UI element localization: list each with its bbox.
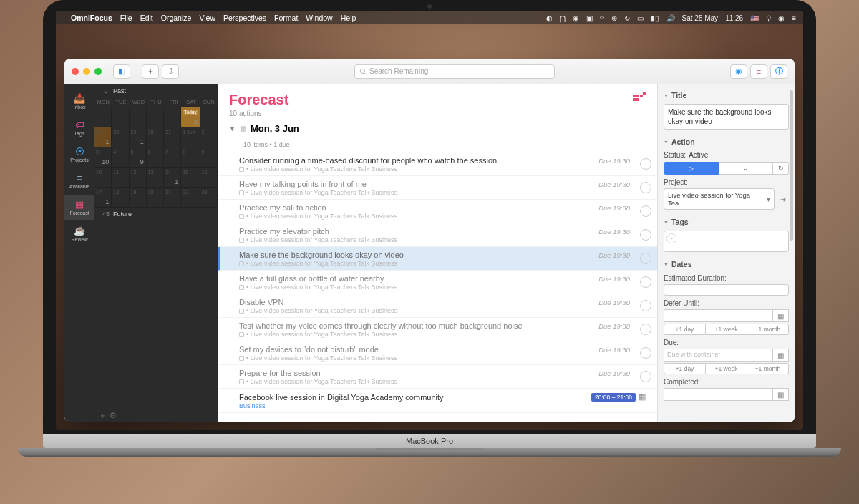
add-button[interactable]: ＋ xyxy=(142,64,159,79)
calendar-day[interactable]: 16 xyxy=(200,168,218,188)
task-row[interactable]: Practice my elevator pitchDue 19:30• Liv… xyxy=(218,223,657,247)
calendar-day[interactable] xyxy=(147,107,164,127)
perspective-available[interactable]: ≡Available xyxy=(64,168,94,193)
status-icon[interactable]: ↻ xyxy=(624,14,630,22)
calendar-day[interactable]: 21 xyxy=(164,188,181,208)
menubar-time[interactable]: 11:26 xyxy=(725,14,743,22)
calendar-icon[interactable]: ▦ xyxy=(773,349,789,362)
task-row[interactable]: Set my devices to "do not disturb" modeD… xyxy=(218,341,657,365)
calendar-day[interactable]: 141 xyxy=(164,168,181,188)
calendar-icon[interactable]: ▦ xyxy=(773,309,789,322)
task-row[interactable]: Consider running a time-based discount f… xyxy=(218,152,657,176)
calendar-day[interactable]: 2 xyxy=(200,127,218,147)
calendar-day[interactable]: 31 xyxy=(164,127,181,147)
minimize-button[interactable] xyxy=(83,68,90,75)
menu-organize[interactable]: Organize xyxy=(161,14,192,22)
menu-window[interactable]: Window xyxy=(306,14,332,22)
inspector-dates-header[interactable]: Dates xyxy=(664,258,789,271)
perspective-projects[interactable]: ⦿Projects xyxy=(64,142,94,167)
calendar-day[interactable]: 291 xyxy=(130,127,147,147)
status-onhold[interactable]: ⌄ xyxy=(719,162,773,175)
calendar-icon[interactable]: ▦ xyxy=(773,388,789,401)
calendar-day[interactable]: 4 xyxy=(112,147,129,168)
close-button[interactable] xyxy=(72,68,79,75)
disclosure-icon[interactable]: ▼ xyxy=(229,125,236,132)
status-icon[interactable]: ⋂ xyxy=(560,14,566,22)
calendar-day[interactable] xyxy=(112,107,129,127)
project-select[interactable]: Live video session for Yoga Tea... xyxy=(664,188,775,210)
completed-field[interactable] xyxy=(664,388,773,401)
task-checkbox[interactable] xyxy=(640,300,651,311)
past-row[interactable]: 0 Past xyxy=(94,84,218,97)
gear-icon[interactable]: ⚙ xyxy=(110,411,117,420)
search-input[interactable]: Search Remaining xyxy=(354,64,555,79)
calendar-day[interactable]: 18 xyxy=(112,188,129,208)
calendar-day[interactable]: 59 xyxy=(130,147,147,168)
status-segmented[interactable]: ▷ ⌄ ↻ xyxy=(664,162,789,175)
menu-view[interactable]: View xyxy=(199,14,215,22)
calendar-event-row[interactable]: Facebook live session in Digital Yoga Ac… xyxy=(218,389,657,413)
task-checkbox[interactable] xyxy=(640,182,651,193)
calendar-day[interactable]: 11 xyxy=(112,168,129,188)
status-icon[interactable]: ⊕ xyxy=(611,14,617,22)
perspectives-button[interactable]: ≡ xyxy=(750,64,767,79)
status-icon[interactable]: ◉ xyxy=(573,14,579,22)
task-checkbox[interactable] xyxy=(640,276,651,288)
perspective-review[interactable]: ☕Review xyxy=(64,221,94,246)
add-tag-icon[interactable]: + xyxy=(666,233,676,243)
goto-project-icon[interactable]: ➜ xyxy=(777,193,789,205)
volume-icon[interactable]: 🔊 xyxy=(666,14,675,22)
app-name[interactable]: OmniFocus xyxy=(71,14,112,22)
task-row[interactable]: Have my talking points in front of meDue… xyxy=(218,176,657,200)
status-icon[interactable]: ▣ xyxy=(586,14,593,22)
flag-icon[interactable]: 🇺🇸 xyxy=(750,14,759,22)
battery-icon[interactable]: ▮▯ xyxy=(651,14,659,22)
task-checkbox[interactable] xyxy=(640,253,651,264)
menu-file[interactable]: File xyxy=(120,14,132,22)
calendar-day[interactable]: 6 xyxy=(147,147,164,168)
calendar-day[interactable]: 12 xyxy=(130,168,147,188)
calendar-day[interactable]: 28 xyxy=(112,127,129,147)
perspective-tags[interactable]: 🏷Tags xyxy=(64,115,94,140)
calendar-day[interactable] xyxy=(164,107,181,127)
calendar-day[interactable]: 10 xyxy=(94,168,112,188)
calendar-day[interactable]: 13 xyxy=(147,168,164,188)
due-plus-1week[interactable]: +1 week xyxy=(706,363,747,374)
task-row[interactable]: Have a full glass or bottle of water nea… xyxy=(218,271,657,294)
status-active[interactable]: ▷ xyxy=(664,162,719,175)
perspective-forecast[interactable]: ▦Forecast xyxy=(64,195,94,220)
est-duration-field[interactable] xyxy=(664,284,789,296)
scrollbar[interactable] xyxy=(790,90,793,241)
sidebar-toggle-button[interactable]: ◧ xyxy=(113,64,130,79)
calendar-day[interactable]: 30 xyxy=(147,127,164,147)
due-plus-1day[interactable]: +1 day xyxy=(664,363,706,374)
calendar-day[interactable]: 19 xyxy=(130,188,147,208)
perspective-inbox[interactable]: 📥Inbox xyxy=(64,89,94,114)
menubar-date[interactable]: Sat 25 May xyxy=(682,14,719,22)
menu-edit[interactable]: Edit xyxy=(140,14,153,22)
task-checkbox[interactable] xyxy=(640,371,651,382)
inspector-action-header[interactable]: Action xyxy=(664,135,789,148)
calendar-day[interactable]: 1 Jun xyxy=(181,127,200,147)
task-checkbox[interactable] xyxy=(640,158,651,170)
calendar-day[interactable]: 22 xyxy=(181,188,200,208)
notification-icon[interactable]: ≡ xyxy=(792,14,796,22)
task-row[interactable]: Disable VPNDue 19:30• Live video session… xyxy=(218,294,657,318)
calendar-day[interactable]: 7 xyxy=(164,147,181,168)
defer-field[interactable] xyxy=(664,309,773,322)
calendar-day[interactable]: 23 xyxy=(200,188,218,208)
inspector-title-header[interactable]: Title xyxy=(664,89,789,102)
defer-plus-1day[interactable]: +1 day xyxy=(664,324,706,335)
wifi-icon[interactable]: ⌔ xyxy=(600,14,604,22)
calendar-day[interactable] xyxy=(130,107,147,127)
calendar-day[interactable]: 15 xyxy=(181,168,200,188)
task-row[interactable]: Make sure the background looks okay on v… xyxy=(218,247,657,271)
calendar-day[interactable] xyxy=(94,107,112,127)
calendar-day[interactable]: 9 xyxy=(200,147,218,168)
task-checkbox[interactable] xyxy=(640,205,651,217)
status-icon[interactable]: ◐ xyxy=(546,14,553,22)
calendar-day[interactable]: 20 xyxy=(147,188,164,208)
menu-help[interactable]: Help xyxy=(341,14,356,22)
task-row[interactable]: Test whether my voice comes through clea… xyxy=(218,318,657,341)
task-checkbox[interactable] xyxy=(640,229,651,241)
